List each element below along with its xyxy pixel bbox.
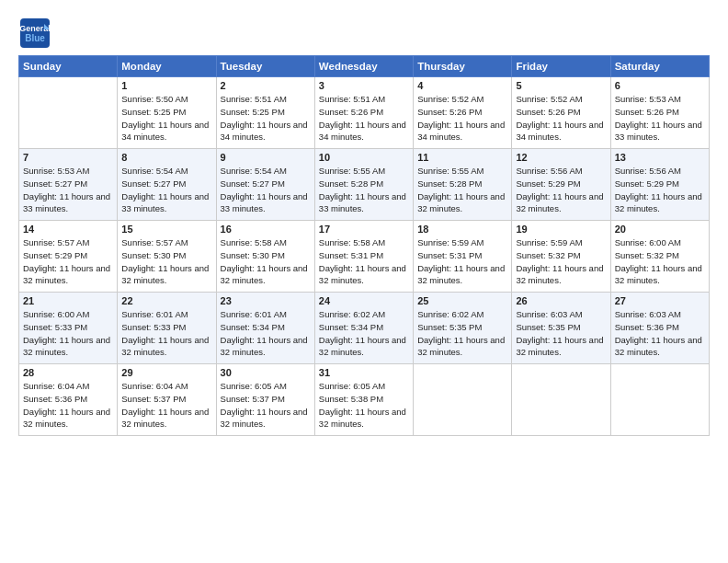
header-day: Friday: [512, 56, 610, 77]
day-cell: [19, 77, 118, 149]
day-cell: 23Sunrise: 6:01 AMSunset: 5:34 PMDayligh…: [216, 293, 314, 364]
day-cell: 8Sunrise: 5:54 AMSunset: 5:27 PMDaylight…: [118, 149, 216, 221]
day-number: 1: [121, 80, 211, 91]
day-cell: 6Sunrise: 5:53 AMSunset: 5:26 PMDaylight…: [610, 77, 709, 149]
day-number: 8: [121, 152, 211, 163]
day-cell: 28Sunrise: 6:04 AMSunset: 5:36 PMDayligh…: [19, 364, 118, 436]
day-number: 19: [516, 224, 606, 235]
day-number: 22: [121, 295, 211, 306]
cell-content: Sunrise: 5:50 AMSunset: 5:25 PMDaylight:…: [121, 94, 209, 142]
logo: General Blue: [18, 17, 55, 50]
day-number: 2: [221, 80, 311, 91]
day-cell: 1Sunrise: 5:50 AMSunset: 5:25 PMDaylight…: [118, 77, 216, 149]
day-number: 24: [319, 295, 409, 306]
day-cell: 29Sunrise: 6:04 AMSunset: 5:37 PMDayligh…: [118, 364, 216, 436]
svg-text:Blue: Blue: [25, 33, 45, 43]
day-cell: 25Sunrise: 6:02 AMSunset: 5:35 PMDayligh…: [414, 293, 512, 364]
day-cell: 26Sunrise: 6:03 AMSunset: 5:35 PMDayligh…: [512, 293, 610, 364]
header-row: SundayMondayTuesdayWednesdayThursdayFrid…: [19, 56, 710, 77]
logo-icon: General Blue: [18, 17, 51, 50]
day-number: 15: [121, 224, 211, 235]
header-day: Wednesday: [314, 56, 413, 77]
day-cell: [512, 364, 610, 436]
day-number: 3: [319, 80, 409, 91]
day-cell: 4Sunrise: 5:52 AMSunset: 5:26 PMDaylight…: [414, 77, 512, 149]
cell-content: Sunrise: 5:56 AMSunset: 5:29 PMDaylight:…: [615, 166, 702, 213]
cell-content: Sunrise: 6:03 AMSunset: 5:35 PMDaylight:…: [516, 309, 603, 357]
day-number: 10: [319, 152, 409, 163]
week-row: 21Sunrise: 6:00 AMSunset: 5:33 PMDayligh…: [19, 293, 710, 364]
cell-content: Sunrise: 6:02 AMSunset: 5:34 PMDaylight:…: [319, 309, 406, 357]
cell-content: Sunrise: 6:01 AMSunset: 5:33 PMDaylight:…: [121, 309, 209, 357]
day-cell: 13Sunrise: 5:56 AMSunset: 5:29 PMDayligh…: [610, 149, 709, 221]
day-number: 30: [221, 367, 311, 378]
day-cell: 14Sunrise: 5:57 AMSunset: 5:29 PMDayligh…: [19, 221, 118, 293]
header: General Blue: [18, 17, 710, 50]
day-cell: 27Sunrise: 6:03 AMSunset: 5:36 PMDayligh…: [610, 293, 709, 364]
day-cell: 15Sunrise: 5:57 AMSunset: 5:30 PMDayligh…: [118, 221, 216, 293]
day-number: 28: [23, 367, 113, 378]
day-number: 9: [221, 152, 311, 163]
cell-content: Sunrise: 5:54 AMSunset: 5:27 PMDaylight:…: [121, 166, 209, 213]
day-cell: 7Sunrise: 5:53 AMSunset: 5:27 PMDaylight…: [19, 149, 118, 221]
cell-content: Sunrise: 5:52 AMSunset: 5:26 PMDaylight:…: [516, 94, 603, 142]
day-cell: 20Sunrise: 6:00 AMSunset: 5:32 PMDayligh…: [610, 221, 709, 293]
day-cell: 12Sunrise: 5:56 AMSunset: 5:29 PMDayligh…: [512, 149, 610, 221]
day-cell: 11Sunrise: 5:55 AMSunset: 5:28 PMDayligh…: [414, 149, 512, 221]
cell-content: Sunrise: 5:56 AMSunset: 5:29 PMDaylight:…: [516, 166, 603, 213]
cell-content: Sunrise: 6:03 AMSunset: 5:36 PMDaylight:…: [615, 309, 702, 357]
header-day: Sunday: [19, 56, 118, 77]
day-number: 6: [615, 80, 705, 91]
day-number: 29: [121, 367, 211, 378]
day-number: 20: [615, 224, 705, 235]
day-cell: 2Sunrise: 5:51 AMSunset: 5:25 PMDaylight…: [216, 77, 314, 149]
day-number: 12: [516, 152, 606, 163]
week-row: 14Sunrise: 5:57 AMSunset: 5:29 PMDayligh…: [19, 221, 710, 293]
day-cell: 3Sunrise: 5:51 AMSunset: 5:26 PMDaylight…: [314, 77, 413, 149]
day-number: 17: [319, 224, 409, 235]
day-cell: 18Sunrise: 5:59 AMSunset: 5:31 PMDayligh…: [414, 221, 512, 293]
day-cell: 17Sunrise: 5:58 AMSunset: 5:31 PMDayligh…: [314, 221, 413, 293]
day-cell: [414, 364, 512, 436]
header-day: Thursday: [414, 56, 512, 77]
cell-content: Sunrise: 5:58 AMSunset: 5:30 PMDaylight:…: [221, 237, 308, 285]
cell-content: Sunrise: 6:01 AMSunset: 5:34 PMDaylight:…: [221, 309, 308, 357]
day-number: 4: [417, 80, 507, 91]
cell-content: Sunrise: 5:57 AMSunset: 5:29 PMDaylight:…: [23, 237, 110, 285]
day-number: 7: [23, 152, 113, 163]
cell-content: Sunrise: 6:00 AMSunset: 5:32 PMDaylight:…: [615, 237, 702, 285]
page: General Blue SundayMondayTuesdayWednesda…: [0, 0, 728, 563]
day-cell: 22Sunrise: 6:01 AMSunset: 5:33 PMDayligh…: [118, 293, 216, 364]
day-cell: 19Sunrise: 5:59 AMSunset: 5:32 PMDayligh…: [512, 221, 610, 293]
cell-content: Sunrise: 5:51 AMSunset: 5:25 PMDaylight:…: [221, 94, 308, 142]
cell-content: Sunrise: 5:51 AMSunset: 5:26 PMDaylight:…: [319, 94, 406, 142]
day-cell: 31Sunrise: 6:05 AMSunset: 5:38 PMDayligh…: [314, 364, 413, 436]
header-day: Monday: [118, 56, 216, 77]
cell-content: Sunrise: 5:55 AMSunset: 5:28 PMDaylight:…: [319, 166, 406, 213]
cell-content: Sunrise: 6:05 AMSunset: 5:37 PMDaylight:…: [221, 381, 308, 429]
cell-content: Sunrise: 6:05 AMSunset: 5:38 PMDaylight:…: [319, 381, 406, 429]
cell-content: Sunrise: 6:00 AMSunset: 5:33 PMDaylight:…: [23, 309, 110, 357]
day-number: 18: [417, 224, 507, 235]
day-number: 11: [417, 152, 507, 163]
day-number: 27: [615, 295, 705, 306]
cell-content: Sunrise: 5:52 AMSunset: 5:26 PMDaylight:…: [417, 94, 505, 142]
day-cell: 16Sunrise: 5:58 AMSunset: 5:30 PMDayligh…: [216, 221, 314, 293]
header-day: Saturday: [610, 56, 709, 77]
day-number: 26: [516, 295, 606, 306]
cell-content: Sunrise: 5:54 AMSunset: 5:27 PMDaylight:…: [221, 166, 308, 213]
cell-content: Sunrise: 6:04 AMSunset: 5:36 PMDaylight:…: [23, 381, 110, 429]
cell-content: Sunrise: 5:57 AMSunset: 5:30 PMDaylight:…: [121, 237, 209, 285]
cell-content: Sunrise: 5:59 AMSunset: 5:31 PMDaylight:…: [417, 237, 505, 285]
day-number: 25: [417, 295, 507, 306]
cell-content: Sunrise: 5:53 AMSunset: 5:26 PMDaylight:…: [615, 94, 702, 142]
day-cell: 9Sunrise: 5:54 AMSunset: 5:27 PMDaylight…: [216, 149, 314, 221]
day-cell: 10Sunrise: 5:55 AMSunset: 5:28 PMDayligh…: [314, 149, 413, 221]
cell-content: Sunrise: 5:55 AMSunset: 5:28 PMDaylight:…: [417, 166, 505, 213]
day-number: 14: [23, 224, 113, 235]
day-cell: 30Sunrise: 6:05 AMSunset: 5:37 PMDayligh…: [216, 364, 314, 436]
day-number: 21: [23, 295, 113, 306]
cell-content: Sunrise: 5:59 AMSunset: 5:32 PMDaylight:…: [516, 237, 603, 285]
calendar-table: SundayMondayTuesdayWednesdayThursdayFrid…: [18, 55, 710, 436]
cell-content: Sunrise: 6:04 AMSunset: 5:37 PMDaylight:…: [121, 381, 209, 429]
